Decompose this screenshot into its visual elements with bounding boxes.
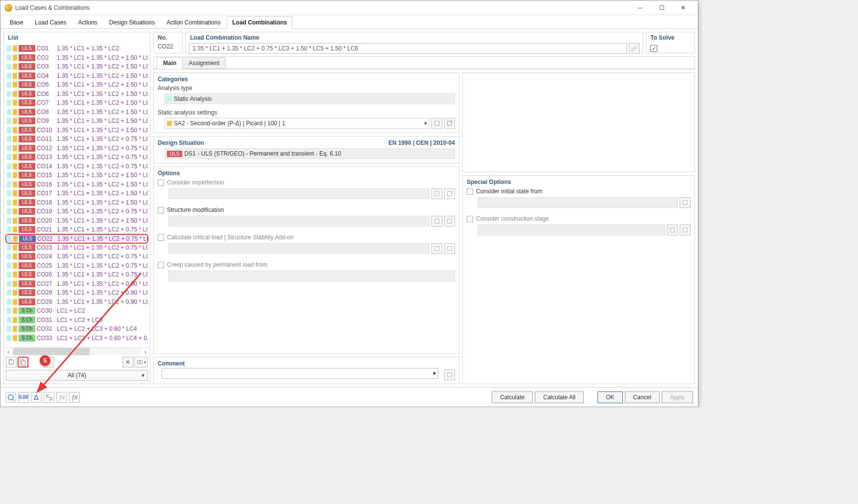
delete-button[interactable]: ✕ bbox=[122, 357, 133, 367]
maximize-button[interactable]: ☐ bbox=[651, 1, 672, 15]
list-item-co6[interactable]: ULSCO61.35 * LC1 + 1.35 * LC2 + 1.50 * L… bbox=[6, 90, 148, 99]
list-item-co12[interactable]: ULSCO121.35 * LC1 + 1.35 * LC2 + 0.75 * … bbox=[6, 144, 148, 153]
ok-button[interactable]: OK bbox=[597, 391, 622, 403]
structure-button[interactable] bbox=[31, 392, 42, 403]
design-situation-panel: Design Situation EN 1990 | CEN | 2010-04… bbox=[153, 136, 459, 163]
list-item-co33[interactable]: S ChCO33LC1 + LC2 + LC3 + 0.60 * LC4 + 0… bbox=[6, 334, 148, 343]
imperfection-btn1[interactable] bbox=[431, 188, 442, 199]
subtab-main[interactable]: Main bbox=[157, 57, 183, 69]
no-value: CO22 bbox=[154, 43, 182, 50]
list-item-co17[interactable]: ULSCO171.35 * LC1 + 1.35 * LC2 + 1.50 * … bbox=[6, 189, 148, 198]
list-item-co21[interactable]: ULSCO211.35 * LC1 + 1.35 * LC2 + 0.75 * … bbox=[6, 225, 148, 234]
list-item-co4[interactable]: ULSCO41.35 * LC1 + 1.35 * LC2 + 1.50 * L… bbox=[6, 71, 148, 81]
creep-checkbox[interactable] bbox=[158, 262, 164, 268]
list-item-co1[interactable]: ULSCO11.35 * LC1 + 1.35 * LC2 bbox=[6, 44, 148, 53]
list-item-co18[interactable]: ULSCO181.35 * LC1 + 1.35 * LC2 + 1.50 * … bbox=[6, 198, 148, 207]
comment-edit-button[interactable] bbox=[444, 369, 455, 380]
critical-load-btn1[interactable] bbox=[431, 243, 442, 254]
edit-name-button[interactable] bbox=[629, 43, 640, 54]
scroll-right-icon[interactable]: › bbox=[141, 348, 150, 355]
list-item-co26[interactable]: ULSCO261.35 * LC1 + 1.35 * LC2 + 0.75 * … bbox=[6, 270, 148, 279]
tab-actions[interactable]: Actions bbox=[72, 16, 102, 28]
new-settings-button[interactable] bbox=[431, 118, 442, 129]
name-input[interactable]: 1.35 * LC1 + 1.35 * LC2 + 0.75 * LC3 + 1… bbox=[189, 43, 627, 54]
apply-button[interactable]: Apply bbox=[662, 391, 693, 403]
structure-mod-input bbox=[168, 216, 429, 227]
structure-mod-checkbox[interactable] bbox=[158, 207, 164, 213]
minimize-button[interactable]: ─ bbox=[629, 1, 651, 15]
list-item-co28[interactable]: ULSCO281.35 * LC1 + 1.35 * LC2 + 0.90 * … bbox=[6, 288, 148, 298]
list-item-co2[interactable]: ULSCO21.35 * LC1 + 1.35 * LC2 + 1.50 * L… bbox=[6, 53, 148, 63]
list-header: List bbox=[4, 32, 150, 43]
structure-mod-btn2[interactable] bbox=[444, 216, 455, 227]
list-item-co29[interactable]: ULSCO291.35 * LC1 + 1.35 * LC2 + 0.90 * … bbox=[6, 298, 148, 307]
new-button[interactable] bbox=[6, 357, 17, 367]
list-item-co19[interactable]: ULSCO191.35 * LC1 + 1.35 * LC2 + 0.75 * … bbox=[6, 207, 148, 216]
list-item-co10[interactable]: ULSCO101.35 * LC1 + 1.35 * LC2 + 1.50 * … bbox=[6, 126, 148, 135]
subtab-assignment[interactable]: Assignment bbox=[182, 57, 226, 69]
edit-settings-button[interactable] bbox=[444, 118, 455, 129]
list-item-co9[interactable]: ULSCO91.35 * LC1 + 1.35 * LC2 + 1.50 * L… bbox=[6, 116, 148, 126]
initial-state-checkbox[interactable] bbox=[467, 188, 473, 195]
list-item-co8[interactable]: ULSCO81.35 * LC1 + 1.35 * LC2 + 1.50 * L… bbox=[6, 108, 148, 117]
critical-load-btn2[interactable] bbox=[444, 243, 455, 254]
scroll-left-icon[interactable]: ‹ bbox=[4, 348, 13, 355]
units-button[interactable]: 0.00 bbox=[18, 392, 29, 403]
tab-base[interactable]: Base bbox=[4, 16, 28, 28]
badge: ULS bbox=[19, 163, 35, 170]
list-item-co7[interactable]: ULSCO71.35 * LC1 + 1.35 * LC2 + 1.50 * L… bbox=[6, 98, 148, 108]
fx-button-2[interactable]: ƒx bbox=[69, 392, 80, 403]
filter-select[interactable]: All (74) ▾ bbox=[6, 370, 148, 381]
list-item-co27[interactable]: ULSCO271.35 * LC1 + 1.35 * LC2 + 0.90 * … bbox=[6, 279, 148, 289]
tab-action-combinations[interactable]: Action Combinations bbox=[161, 16, 226, 28]
list-item-co30[interactable]: S ChCO30LC1 + LC2 bbox=[6, 306, 148, 316]
calculate-button[interactable]: Calculate bbox=[492, 391, 533, 403]
cancel-button[interactable]: Cancel bbox=[625, 391, 660, 403]
list-item-co24[interactable]: ULSCO241.35 * LC1 + 1.35 * LC2 + 0.75 * … bbox=[6, 252, 148, 261]
fx-button-1[interactable]: ƒx bbox=[56, 392, 67, 403]
list-item-co22[interactable]: ULSCO221.35 * LC1 + 1.35 * LC2 + 0.75 * … bbox=[5, 234, 148, 244]
app-icon bbox=[4, 4, 12, 12]
critical-load-checkbox[interactable] bbox=[158, 234, 164, 241]
list-item-co23[interactable]: ULSCO231.35 * LC1 + 1.35 * LC2 + 0.75 * … bbox=[6, 243, 148, 252]
initial-state-btn[interactable] bbox=[680, 197, 691, 208]
list-item-co16[interactable]: ULSCO161.35 * LC1 + 1.35 * LC2 + 1.50 * … bbox=[6, 180, 148, 189]
titlebar: Load Cases & Combinations ─ ☐ ✕ bbox=[0, 0, 698, 15]
solve-checkbox[interactable]: ✓ bbox=[650, 45, 657, 52]
link-button[interactable] bbox=[44, 392, 54, 403]
list-hscroll[interactable]: ‹ › bbox=[4, 347, 150, 355]
list-item-co13[interactable]: ULSCO131.35 * LC1 + 1.35 * LC2 + 0.75 * … bbox=[6, 153, 148, 162]
copy-button[interactable] bbox=[18, 357, 28, 367]
tab-load-cases[interactable]: Load Cases bbox=[29, 16, 72, 28]
structure-mod-btn1[interactable] bbox=[431, 216, 442, 227]
svg-rect-11 bbox=[435, 219, 439, 224]
list-item-co31[interactable]: S ChCO31LC1 + LC2 + LC3 bbox=[6, 316, 148, 325]
construction-stage-checkbox[interactable] bbox=[467, 216, 473, 222]
help-button[interactable] bbox=[5, 392, 16, 403]
list-item-co3[interactable]: ULSCO31.35 * LC1 + 1.35 * LC2 + 1.50 * L… bbox=[6, 62, 148, 71]
imperfection-checkbox[interactable] bbox=[158, 180, 164, 186]
imperfection-btn2[interactable] bbox=[444, 188, 455, 199]
badge: ULS bbox=[19, 109, 35, 115]
list-item-co11[interactable]: ULSCO111.35 * LC1 + 1.35 * LC2 + 0.75 * … bbox=[6, 135, 148, 144]
list-toolbar: 5 ✕ ▾ bbox=[4, 355, 150, 369]
list-item-co14[interactable]: ULSCO141.35 * LC1 + 1.35 * LC2 + 0.75 * … bbox=[6, 162, 148, 171]
list-item-co32[interactable]: S ChCO32LC1 + LC2 + LC3 + 0.60 * LC4 bbox=[6, 324, 148, 334]
tab-load-combinations[interactable]: Load Combinations bbox=[227, 16, 292, 29]
calculate-all-button[interactable]: Calculate All bbox=[535, 391, 584, 403]
chevron-down-icon: ▾ bbox=[433, 370, 436, 377]
no-panel: No. CO22 bbox=[153, 32, 183, 53]
view-mode-button[interactable]: ▾ bbox=[134, 357, 148, 367]
static-settings-select[interactable]: SA2 - Second-order (P-Δ) | Picard | 100 … bbox=[165, 118, 429, 129]
critical-load-label: Calculate critical load | Structure Stab… bbox=[167, 234, 294, 241]
comment-combobox[interactable]: ▾ bbox=[162, 368, 438, 379]
tab-design-situations[interactable]: Design Situations bbox=[104, 16, 160, 28]
list-item-co15[interactable]: ULSCO151.35 * LC1 + 1.35 * LC2 + 1.50 * … bbox=[6, 171, 148, 180]
list-item-co20[interactable]: ULSCO201.35 * LC1 + 1.35 * LC2 + 1.50 * … bbox=[6, 216, 148, 226]
list-item-co5[interactable]: ULSCO51.35 * LC1 + 1.35 * LC2 + 1.50 * L… bbox=[6, 80, 148, 90]
list-item-co25[interactable]: ULSCO251.35 * LC1 + 1.35 * LC2 + 0.75 * … bbox=[6, 261, 148, 271]
close-button[interactable]: ✕ bbox=[672, 1, 694, 15]
list-body[interactable]: ULSCO11.35 * LC1 + 1.35 * LC2ULSCO21.35 … bbox=[4, 43, 150, 347]
construction-stage-btn1[interactable] bbox=[667, 225, 678, 235]
construction-stage-btn2[interactable] bbox=[680, 225, 691, 235]
